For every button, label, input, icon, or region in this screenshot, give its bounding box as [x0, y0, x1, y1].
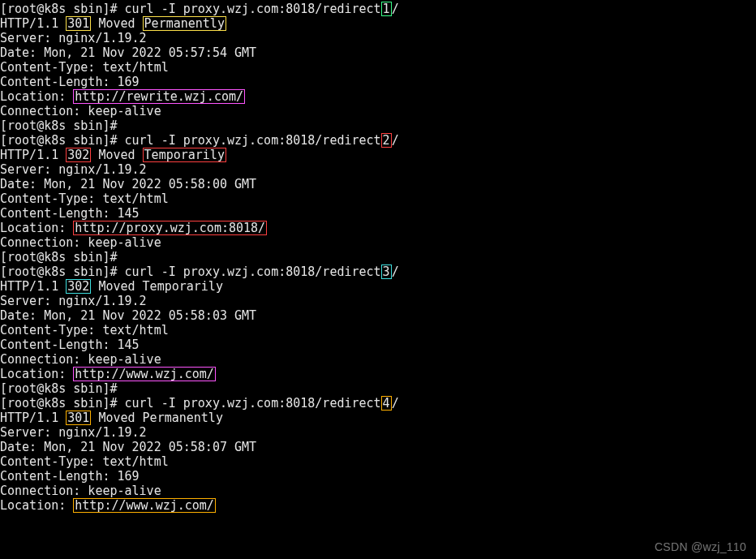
terminal-line: Date: Mon, 21 Nov 2022 05:57:54 GMT: [0, 45, 756, 60]
curl-command: curl -I proxy.wzj.com:8018/redirect: [125, 2, 381, 16]
terminal-line: HTTP/1.1 301 Moved Permanently: [0, 16, 756, 31]
header-server: Server: nginx/1.19.2: [0, 294, 147, 308]
curl-command: curl -I proxy.wzj.com:8018/redirect: [125, 133, 381, 148]
redirect-digit: 4: [381, 396, 392, 411]
terminal-output[interactable]: [root@k8s sbin]# curl -I proxy.wzj.com:8…: [0, 0, 756, 513]
shell-prompt: [root@k8s sbin]#: [0, 250, 118, 264]
http-moved: Moved: [91, 148, 142, 162]
redirect-digit: 3: [381, 264, 392, 279]
terminal-line: Server: nginx/1.19.2: [0, 31, 756, 45]
redirect-digit: 2: [381, 133, 392, 148]
header-location-label: Location:: [0, 89, 73, 104]
terminal-line: Location: http://proxy.wzj.com:8018/: [0, 221, 756, 235]
shell-prompt: [root@k8s sbin]#: [0, 133, 125, 148]
header-date: Date: Mon, 21 Nov 2022 05:58:00 GMT: [0, 177, 256, 191]
http-status-code: 302: [66, 148, 91, 162]
shell-prompt: [root@k8s sbin]#: [0, 118, 118, 133]
http-version: HTTP/1.1: [0, 148, 66, 162]
http-moved: Moved: [91, 16, 142, 31]
header-content-length: Content-Length: 145: [0, 338, 140, 352]
http-moved: Moved: [91, 279, 142, 294]
shell-prompt: [root@k8s sbin]#: [0, 381, 118, 396]
header-location-url: http://www.wzj.com/: [73, 498, 216, 513]
curl-command: curl -I proxy.wzj.com:8018/redirect: [125, 396, 381, 411]
terminal-line: Content-Length: 169: [0, 75, 756, 89]
terminal-line: Date: Mon, 21 Nov 2022 05:58:03 GMT: [0, 308, 756, 323]
command-suffix: /: [392, 133, 399, 148]
header-location-url: http://rewrite.wzj.com/: [73, 89, 245, 104]
terminal-line: [root@k8s sbin]# curl -I proxy.wzj.com:8…: [0, 133, 756, 148]
http-version: HTTP/1.1: [0, 279, 66, 294]
header-content-length: Content-Length: 145: [0, 206, 140, 221]
terminal-line: HTTP/1.1 302 Moved Temporarily: [0, 279, 756, 294]
terminal-line: [root@k8s sbin]#: [0, 118, 756, 133]
http-version: HTTP/1.1: [0, 16, 66, 31]
terminal-line: Connection: keep-alive: [0, 484, 756, 498]
terminal-line: HTTP/1.1 302 Moved Temporarily: [0, 148, 756, 162]
http-moved: Moved: [91, 411, 142, 425]
header-date: Date: Mon, 21 Nov 2022 05:58:07 GMT: [0, 440, 256, 454]
header-date: Date: Mon, 21 Nov 2022 05:57:54 GMT: [0, 45, 256, 60]
terminal-line: Content-Length: 145: [0, 338, 756, 352]
header-content-type: Content-Type: text/html: [0, 454, 169, 469]
header-location-label: Location:: [0, 367, 73, 381]
shell-prompt: [root@k8s sbin]#: [0, 396, 125, 411]
terminal-line: Content-Type: text/html: [0, 454, 756, 469]
command-suffix: /: [392, 396, 399, 411]
terminal-line: Location: http://rewrite.wzj.com/: [0, 89, 756, 104]
terminal-line: Connection: keep-alive: [0, 235, 756, 250]
header-content-length: Content-Length: 169: [0, 75, 140, 89]
terminal-line: Content-Type: text/html: [0, 323, 756, 338]
header-connection: Connection: keep-alive: [0, 484, 161, 498]
header-server: Server: nginx/1.19.2: [0, 162, 147, 177]
command-suffix: /: [392, 264, 399, 279]
terminal-line: Connection: keep-alive: [0, 352, 756, 367]
http-status-code: 301: [66, 411, 91, 425]
terminal-line: Location: http://www.wzj.com/: [0, 367, 756, 381]
terminal-line: Server: nginx/1.19.2: [0, 294, 756, 308]
header-connection: Connection: keep-alive: [0, 104, 161, 118]
terminal-line: Date: Mon, 21 Nov 2022 05:58:07 GMT: [0, 440, 756, 454]
terminal-line: Content-Length: 169: [0, 469, 756, 484]
http-reason: Permanently: [143, 16, 226, 31]
terminal-line: [root@k8s sbin]# curl -I proxy.wzj.com:8…: [0, 396, 756, 411]
header-date: Date: Mon, 21 Nov 2022 05:58:03 GMT: [0, 308, 256, 323]
terminal-line: Server: nginx/1.19.2: [0, 162, 756, 177]
header-content-type: Content-Type: text/html: [0, 191, 169, 206]
terminal-line: [root@k8s sbin]#: [0, 250, 756, 264]
header-content-length: Content-Length: 169: [0, 469, 140, 484]
csdn-watermark: CSDN @wzj_110: [655, 540, 746, 554]
shell-prompt: [root@k8s sbin]#: [0, 2, 125, 16]
terminal-line: Location: http://www.wzj.com/: [0, 498, 756, 513]
header-content-type: Content-Type: text/html: [0, 323, 169, 338]
terminal-line: Date: Mon, 21 Nov 2022 05:58:00 GMT: [0, 177, 756, 191]
header-connection: Connection: keep-alive: [0, 352, 161, 367]
terminal-line: [root@k8s sbin]# curl -I proxy.wzj.com:8…: [0, 2, 756, 16]
header-location-url: http://proxy.wzj.com:8018/: [73, 221, 267, 235]
terminal-line: [root@k8s sbin]# curl -I proxy.wzj.com:8…: [0, 264, 756, 279]
http-reason: Permanently: [143, 411, 223, 425]
header-server: Server: nginx/1.19.2: [0, 425, 147, 440]
header-location-label: Location:: [0, 221, 73, 235]
header-connection: Connection: keep-alive: [0, 235, 161, 250]
http-reason: Temporarily: [143, 148, 226, 162]
terminal-line: Content-Length: 145: [0, 206, 756, 221]
curl-command: curl -I proxy.wzj.com:8018/redirect: [125, 264, 381, 279]
redirect-digit: 1: [381, 2, 392, 16]
http-status-code: 301: [66, 16, 91, 31]
header-location-label: Location:: [0, 498, 73, 513]
shell-prompt: [root@k8s sbin]#: [0, 264, 125, 279]
terminal-line: Content-Type: text/html: [0, 191, 756, 206]
header-server: Server: nginx/1.19.2: [0, 31, 147, 45]
terminal-line: HTTP/1.1 301 Moved Permanently: [0, 411, 756, 425]
terminal-line: Server: nginx/1.19.2: [0, 425, 756, 440]
http-status-code: 302: [66, 279, 91, 294]
header-location-url: http://www.wzj.com/: [73, 367, 216, 381]
terminal-line: [root@k8s sbin]#: [0, 381, 756, 396]
http-reason: Temporarily: [143, 279, 223, 294]
command-suffix: /: [392, 2, 399, 16]
terminal-line: Content-Type: text/html: [0, 60, 756, 75]
header-content-type: Content-Type: text/html: [0, 60, 169, 75]
http-version: HTTP/1.1: [0, 411, 66, 425]
terminal-line: Connection: keep-alive: [0, 104, 756, 118]
